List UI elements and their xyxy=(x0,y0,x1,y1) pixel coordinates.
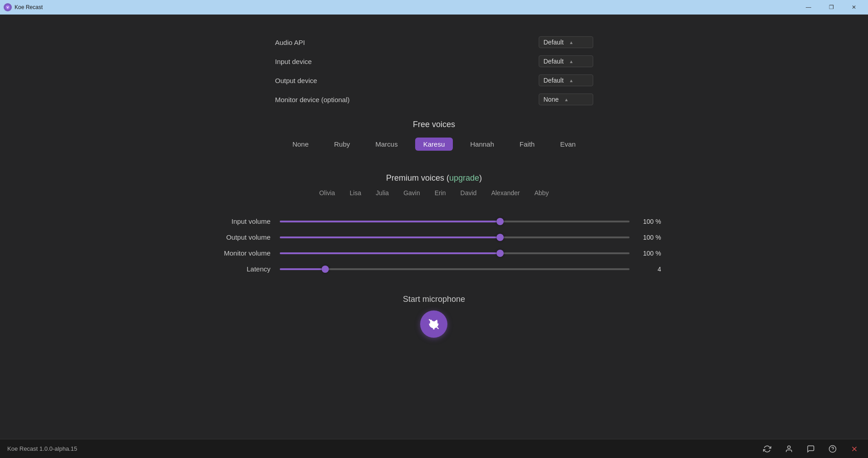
slider-value: 100 % xyxy=(630,250,661,257)
dropdown-arrow-icon: ▲ xyxy=(569,59,574,64)
slider-track[interactable] xyxy=(280,268,630,270)
setting-row: Monitor device (optional) None ▲ xyxy=(275,90,593,109)
slider-track[interactable] xyxy=(280,236,630,238)
slider-thumb[interactable] xyxy=(496,218,504,225)
premium-voice-alexander[interactable]: Alexander xyxy=(491,189,520,197)
status-icons xyxy=(761,443,861,455)
voice-tabs: NoneRubyMarcusKaresuHannahFaithEvan xyxy=(284,138,584,151)
dropdown-arrow-icon: ▲ xyxy=(569,78,574,83)
setting-dropdown[interactable]: Default ▲ xyxy=(539,36,593,48)
voice-tab-marcus[interactable]: Marcus xyxy=(367,138,406,151)
user-button[interactable] xyxy=(783,443,795,455)
slider-thumb[interactable] xyxy=(496,234,504,241)
close-app-button[interactable] xyxy=(848,443,861,455)
mic-label: Start microphone xyxy=(403,295,465,304)
slider-fill xyxy=(280,252,496,254)
slider-value: 100 % xyxy=(630,218,661,225)
close-button[interactable]: ✕ xyxy=(843,0,864,15)
refresh-button[interactable] xyxy=(761,443,774,455)
premium-voices-title: Premium voices (upgrade) xyxy=(319,173,549,183)
help-button[interactable] xyxy=(826,443,839,455)
setting-label: Output device xyxy=(275,77,317,84)
slider-row-input-volume: Input volume 100 % xyxy=(207,217,661,225)
slider-fill xyxy=(280,236,496,238)
chat-button[interactable] xyxy=(804,443,817,455)
slider-value: 100 % xyxy=(630,234,661,241)
premium-voices-section: Premium voices (upgrade) OliviaLisaJulia… xyxy=(319,173,549,213)
voice-tab-karesu[interactable]: Karesu xyxy=(415,138,453,151)
app-title: Koe Recast xyxy=(15,4,43,10)
premium-voice-julia[interactable]: Julia xyxy=(376,189,389,197)
voice-tab-none[interactable]: None xyxy=(284,138,317,151)
premium-voice-erin[interactable]: Erin xyxy=(435,189,446,197)
setting-label: Monitor device (optional) xyxy=(275,96,350,103)
mic-off-icon xyxy=(427,318,440,330)
slider-track[interactable] xyxy=(280,252,630,254)
setting-dropdown[interactable]: None ▲ xyxy=(539,94,593,105)
slider-label: Monitor volume xyxy=(207,249,280,257)
premium-voice-abby[interactable]: Abby xyxy=(534,189,549,197)
slider-value: 4 xyxy=(630,266,661,273)
main-content: Audio API Default ▲ Input device Default… xyxy=(0,15,868,439)
setting-label: Input device xyxy=(275,58,312,65)
slider-row-output-volume: Output volume 100 % xyxy=(207,233,661,241)
setting-label: Audio API xyxy=(275,39,305,46)
slider-fill xyxy=(280,268,322,270)
voice-tab-ruby[interactable]: Ruby xyxy=(326,138,358,151)
slider-row-monitor-volume: Monitor volume 100 % xyxy=(207,249,661,257)
svg-point-0 xyxy=(5,5,10,10)
setting-row: Audio API Default ▲ xyxy=(275,33,593,52)
free-voices-section: Free voices NoneRubyMarcusKaresuHannahFa… xyxy=(284,120,584,164)
mic-button[interactable] xyxy=(420,310,447,338)
upgrade-link[interactable]: upgrade xyxy=(449,173,479,182)
premium-voice-olivia[interactable]: Olivia xyxy=(319,189,335,197)
svg-point-2 xyxy=(788,446,790,448)
premium-voice-lisa[interactable]: Lisa xyxy=(350,189,362,197)
title-bar: Koe Recast — ❐ ✕ xyxy=(0,0,868,15)
slider-row-latency: Latency 4 xyxy=(207,265,661,273)
app-icon xyxy=(4,3,12,11)
setting-row: Output device Default ▲ xyxy=(275,71,593,90)
window-controls: — ❐ ✕ xyxy=(798,0,864,15)
setting-dropdown[interactable]: Default ▲ xyxy=(539,55,593,67)
voice-tab-faith[interactable]: Faith xyxy=(511,138,543,151)
slider-label: Input volume xyxy=(207,217,280,225)
premium-voice-gavin[interactable]: Gavin xyxy=(403,189,420,197)
dropdown-arrow-icon: ▲ xyxy=(569,40,574,45)
setting-dropdown[interactable]: Default ▲ xyxy=(539,74,593,86)
setting-row: Input device Default ▲ xyxy=(275,52,593,71)
slider-label: Output volume xyxy=(207,233,280,241)
slider-label: Latency xyxy=(207,265,280,273)
free-voices-title: Free voices xyxy=(284,120,584,129)
version-label: Koe Recast 1.0.0-alpha.15 xyxy=(7,445,77,452)
minimize-button[interactable]: — xyxy=(798,0,819,15)
slider-fill xyxy=(280,221,496,222)
title-bar-left: Koe Recast xyxy=(4,3,43,11)
voice-tab-hannah[interactable]: Hannah xyxy=(462,138,502,151)
sliders-section: Input volume 100 % Output volume 100 % M… xyxy=(207,217,661,281)
microphone-section: Start microphone xyxy=(403,295,465,338)
audio-settings: Audio API Default ▲ Input device Default… xyxy=(275,33,593,109)
slider-thumb[interactable] xyxy=(322,266,329,273)
premium-voice-david[interactable]: David xyxy=(461,189,477,197)
dropdown-arrow-icon: ▲ xyxy=(564,97,569,102)
premium-voices-list: OliviaLisaJuliaGavinErinDavidAlexanderAb… xyxy=(319,189,549,197)
voice-tab-evan[interactable]: Evan xyxy=(552,138,584,151)
slider-track[interactable] xyxy=(280,221,630,222)
status-bar: Koe Recast 1.0.0-alpha.15 xyxy=(0,439,868,458)
maximize-button[interactable]: ❐ xyxy=(821,0,842,15)
slider-thumb[interactable] xyxy=(496,250,504,257)
